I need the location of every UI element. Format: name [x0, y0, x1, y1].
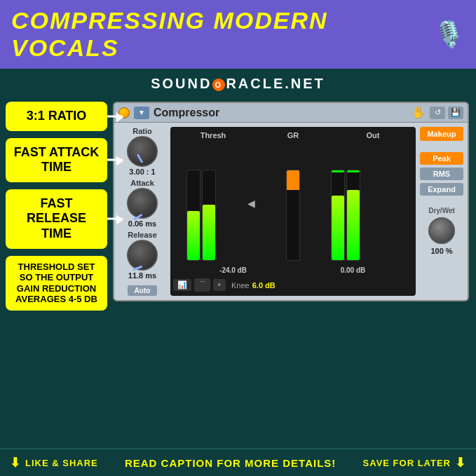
- main-content: 3:1 RATIO FAST ATTACK TIME FAST RELEASE …: [0, 96, 476, 316]
- knee-value: 6.0 dB: [252, 281, 276, 290]
- save-for-later-text: SAVE FOR LATER: [363, 458, 451, 468]
- meters-bottom-bar: 📊 ⌒ ⁌ Knee 6.0 dB: [173, 277, 413, 293]
- attack-knob-value: 0.06 ms: [128, 219, 156, 228]
- bar-mode-btn[interactable]: 📊: [173, 279, 191, 291]
- compressor-topbar: ▼ Compressor ✋ ↺ 💾: [114, 103, 468, 123]
- auto-button[interactable]: Auto: [128, 285, 158, 296]
- attack-knob-section: Attack 0.06 ms: [127, 179, 158, 228]
- compressor-right-sidebar: Makeup Peak RMS Expand Dry/Wet 100 %: [420, 127, 463, 296]
- page-title: COMPRESSING MODERN VOCALS: [11, 7, 433, 62]
- release-label-text: FAST RELEASE TIME: [27, 196, 86, 240]
- expand-button[interactable]: Expand: [420, 183, 463, 196]
- left-labels: 3:1 RATIO FAST ATTACK TIME FAST RELEASE …: [6, 102, 107, 311]
- gr-bar: [286, 170, 300, 261]
- ratio-knob-label: Ratio: [132, 127, 152, 135]
- thresh-bar2: [202, 170, 216, 261]
- thresh-db-value: -24.0 dB: [173, 266, 293, 274]
- save-for-later-icon: ⬇: [455, 455, 466, 470]
- subtitle-text: SOUNDORACLE.NET: [151, 76, 325, 91]
- line-mode-btn[interactable]: ⌒: [194, 278, 210, 292]
- dropdown-btn[interactable]: ▼: [134, 107, 149, 119]
- ratio-label-text: 3:1 RATIO: [27, 109, 87, 123]
- attack-arrow: [107, 159, 123, 161]
- out-bar2: [346, 170, 360, 261]
- peak-button[interactable]: Peak: [420, 152, 463, 165]
- ratio-knob[interactable]: [127, 136, 158, 167]
- meters-header: Thresh GR Out: [173, 130, 413, 141]
- out-bar: [331, 170, 345, 261]
- scope-mode-btn[interactable]: ⁌: [213, 279, 226, 291]
- release-knob[interactable]: [127, 240, 158, 271]
- save-for-later-item: SAVE FOR LATER ⬇: [363, 455, 466, 470]
- meter-db-row: -24.0 dB 0.00 dB: [173, 265, 413, 276]
- out-meter: [331, 145, 360, 261]
- thresh-bar: [186, 170, 200, 261]
- compressor-name: Compressor: [154, 107, 407, 119]
- release-knob-label: Release: [128, 231, 157, 239]
- caption-text: READ CAPTION FOR MORE DETAILS!: [125, 457, 336, 469]
- release-knob-section: Release 11.8 ms: [127, 231, 158, 280]
- threshold-label-text: THRESHOLD SET SO THE OUTPUT GAIN REDUCTI…: [15, 261, 97, 305]
- like-share-icon: ⬇: [10, 455, 21, 470]
- hand-icon: ✋: [412, 106, 426, 119]
- compressor-panel: ▼ Compressor ✋ ↺ 💾 Ratio 3.0: [113, 102, 469, 301]
- attack-knob-label: Attack: [130, 179, 154, 187]
- dry-wet-knob[interactable]: [428, 217, 455, 244]
- release-arrow: [107, 218, 123, 220]
- out-db-value: 0.00 dB: [293, 266, 413, 274]
- compressor-plugin: ▼ Compressor ✋ ↺ 💾 Ratio 3.0: [113, 102, 469, 301]
- knobs-column: Ratio 3.00 : 1 Attack 0.06 ms: [118, 127, 166, 296]
- like-share-text: LIKE & SHARE: [25, 458, 98, 468]
- like-share-item: ⬇ LIKE & SHARE: [10, 455, 98, 470]
- subtitle-bar: SOUNDORACLE.NET: [0, 69, 476, 96]
- attack-knob[interactable]: [127, 188, 158, 219]
- attack-label-box: FAST ATTACK TIME: [6, 138, 107, 182]
- meters-row: ◀: [173, 142, 413, 264]
- dry-wet-label: Dry/Wet: [428, 207, 455, 215]
- ratio-label-box: 3:1 RATIO: [6, 102, 107, 131]
- gr-meter-label: GR: [253, 131, 333, 140]
- footer: ⬇ LIKE & SHARE READ CAPTION FOR MORE DET…: [0, 448, 476, 476]
- ratio-arrow: [107, 115, 123, 117]
- header: COMPRESSING MODERN VOCALS 🎙️: [0, 0, 476, 69]
- release-knob-value: 11.8 ms: [128, 271, 156, 280]
- threshold-label-box: THRESHOLD SET SO THE OUTPUT GAIN REDUCTI…: [6, 256, 107, 311]
- thresh-arrow-icon: ◀: [247, 198, 255, 209]
- makeup-button[interactable]: Makeup: [420, 127, 463, 141]
- thresh-meter-label: Thresh: [173, 131, 253, 140]
- compressor-top-icons: ↺ 💾: [430, 107, 463, 119]
- gr-meter: [286, 145, 300, 261]
- attack-label-text: FAST ATTACK TIME: [14, 145, 100, 175]
- compressor-body: Ratio 3.00 : 1 Attack 0.06 ms: [114, 123, 468, 300]
- out-meter-label: Out: [333, 131, 413, 140]
- meters-area: Thresh GR Out: [170, 127, 416, 296]
- refresh-icon[interactable]: ↺: [430, 107, 445, 119]
- dry-wet-value: 100 %: [430, 247, 452, 255]
- release-label-box: FAST RELEASE TIME: [6, 189, 107, 249]
- save-icon[interactable]: 💾: [448, 107, 463, 119]
- thresh-meter: [186, 145, 216, 261]
- rms-button[interactable]: RMS: [420, 168, 463, 180]
- ratio-knob-value: 3.00 : 1: [129, 168, 155, 176]
- mic-icon: 🎙️: [433, 20, 465, 49]
- ratio-knob-section: Ratio 3.00 : 1: [127, 127, 158, 176]
- knee-label: Knee: [231, 281, 250, 290]
